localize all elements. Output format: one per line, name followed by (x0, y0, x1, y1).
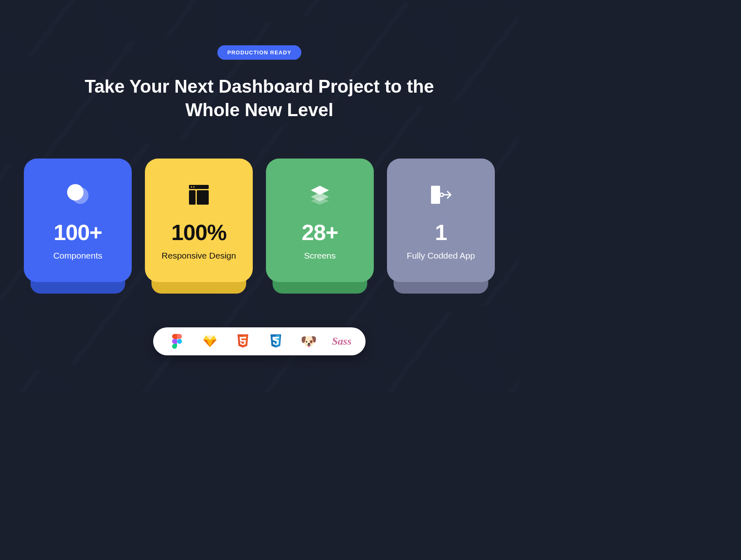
card-label: Responsive Design (162, 251, 236, 261)
svg-rect-5 (189, 190, 196, 205)
layers-icon (308, 180, 331, 210)
sketch-icon (203, 334, 217, 349)
svg-rect-6 (197, 190, 209, 205)
card-label: Components (53, 251, 102, 261)
pug-icon: 🐶 (301, 334, 316, 349)
css3-icon (268, 334, 283, 349)
card-app: 1 Fully Codded App (387, 159, 495, 282)
card-label: Fully Codded App (407, 251, 475, 261)
card-value: 100% (171, 219, 226, 245)
exit-arrow-icon (427, 180, 455, 210)
card-value: 28+ (302, 219, 338, 245)
card-label: Screens (304, 251, 336, 261)
overlap-circles-icon (65, 180, 91, 210)
card-responsive: 100% Responsive Design (145, 159, 253, 282)
svg-rect-7 (431, 186, 440, 204)
card-value: 100+ (54, 219, 102, 245)
html5-icon (235, 334, 250, 349)
svg-point-3 (191, 187, 192, 188)
svg-point-9 (177, 339, 182, 344)
layout-icon (187, 180, 210, 210)
card-screens: 28+ Screens (266, 159, 374, 282)
card-components: 100+ Components (24, 159, 132, 282)
production-ready-badge: PRODUCTION READY (217, 45, 301, 60)
figma-icon (170, 334, 184, 349)
svg-point-1 (67, 184, 84, 201)
svg-point-8 (440, 193, 443, 196)
svg-point-4 (193, 187, 194, 188)
feature-cards: 100+ Components 100% Responsive Design (24, 159, 495, 282)
card-value: 1 (435, 219, 447, 245)
sass-icon: Sass (334, 334, 349, 349)
tech-logos-bar: 🐶 Sass (153, 327, 366, 355)
headline: Take Your Next Dashboard Project to the … (70, 75, 449, 121)
